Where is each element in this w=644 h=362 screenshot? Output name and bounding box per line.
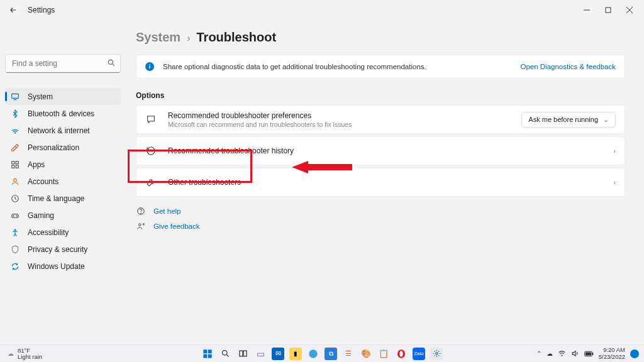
card-title: Recommended troubleshooter history (168, 146, 294, 155)
svg-point-4 (108, 60, 113, 64)
card-troubleshooter-history[interactable]: Recommended troubleshooter history › (136, 136, 625, 165)
nav-label: Windows Update (28, 262, 85, 271)
back-button[interactable] (8, 4, 19, 16)
svg-rect-10 (16, 161, 18, 163)
nav-network[interactable]: Network & internet (5, 122, 121, 139)
accounts-icon (10, 177, 20, 187)
svg-rect-39 (586, 352, 591, 355)
nav-windows-update[interactable]: Windows Update (5, 258, 121, 275)
taskbar-app-generic1[interactable]: 🎨 (360, 348, 372, 360)
breadcrumb: System › Troubleshoot (136, 30, 625, 45)
maximize-button[interactable] (597, 2, 619, 18)
tray-onedrive-icon[interactable]: ☁ (547, 350, 553, 357)
weather-temp: 81°F (18, 348, 42, 354)
history-icon (145, 145, 157, 156)
banner-link[interactable]: Open Diagnostics & feedback (520, 63, 616, 70)
taskbar-app-unikey[interactable]: ☰ (342, 348, 355, 360)
taskbar-weather[interactable]: ☁ 81°F Light rain (8, 348, 42, 360)
nav-gaming[interactable]: Gaming (5, 207, 121, 224)
svg-line-29 (226, 354, 228, 356)
svg-point-21 (141, 213, 142, 214)
nav-label: Accounts (28, 177, 58, 186)
dropdown-value: Ask me before running (528, 116, 598, 123)
nav-privacy[interactable]: Privacy & security (5, 241, 121, 258)
tray-volume-icon[interactable] (571, 349, 579, 358)
taskbar-app-settings[interactable] (430, 348, 443, 360)
minimize-button[interactable] (576, 2, 597, 18)
taskbar-search[interactable] (219, 348, 231, 360)
svg-rect-11 (12, 165, 14, 168)
start-button[interactable] (201, 348, 214, 360)
page-title: Troubleshoot (196, 30, 276, 45)
nav-personalization[interactable]: Personalization (5, 139, 121, 156)
nav-label: System (28, 92, 53, 101)
task-view[interactable] (236, 348, 249, 360)
help-icon (136, 206, 146, 216)
taskbar-app-edge[interactable] (307, 348, 319, 360)
nav-label: Personalization (28, 143, 79, 152)
tray-notification-icon[interactable] (630, 349, 639, 358)
taskbar-app-mail[interactable]: ✉ (272, 348, 284, 360)
bluetooth-icon (10, 109, 20, 119)
svg-point-16 (16, 216, 17, 216)
nav-accounts[interactable]: Accounts (5, 173, 121, 190)
banner-text: Share optional diagnostic data to get ad… (163, 63, 426, 70)
sidebar: System Bluetooth & devices Network & int… (0, 20, 126, 346)
nav-system[interactable]: System (5, 88, 121, 105)
svg-point-32 (309, 349, 317, 358)
card-other-troubleshooters[interactable]: Other troubleshooters › (136, 168, 625, 197)
accessibility-icon (10, 228, 20, 238)
privacy-icon (10, 244, 20, 255)
breadcrumb-sep: › (187, 33, 190, 44)
preferences-dropdown[interactable]: Ask me before running ⌄ (521, 112, 616, 128)
tray-wifi-icon[interactable] (558, 349, 566, 358)
svg-point-36 (562, 355, 562, 356)
close-button[interactable] (619, 2, 640, 18)
chevron-right-icon: › (613, 147, 616, 155)
svg-rect-26 (203, 354, 207, 358)
update-icon (10, 261, 20, 272)
search-input[interactable] (5, 54, 121, 73)
taskbar[interactable]: ☁ 81°F Light rain ▭ ✉ ▮ ⧉ ☰ 🎨 📋 Zalo ⌃ ☁… (0, 344, 644, 362)
info-banner: i Share optional diagnostic data to get … (136, 55, 625, 79)
get-help-link[interactable]: Get help (136, 204, 625, 218)
svg-rect-38 (592, 353, 593, 355)
profile-area (5, 20, 121, 54)
svg-point-13 (14, 178, 17, 182)
nav-bluetooth[interactable]: Bluetooth & devices (5, 105, 121, 122)
svg-line-5 (112, 63, 114, 65)
nav-label: Network & internet (28, 126, 90, 135)
clock-time: 9:20 AM (599, 347, 625, 353)
taskbar-app-chat[interactable]: ▭ (254, 348, 267, 360)
card-title: Other troubleshooters (168, 178, 241, 187)
card-subtitle: Microsoft can recommend and run troubles… (168, 121, 352, 128)
nav-label: Apps (28, 160, 45, 169)
taskbar-app-opera[interactable] (395, 348, 408, 360)
nav-label: Gaming (28, 211, 54, 220)
chevron-right-icon: › (613, 178, 616, 186)
svg-point-28 (222, 351, 227, 356)
svg-rect-6 (12, 94, 19, 98)
breadcrumb-parent[interactable]: System (136, 30, 180, 45)
search-box[interactable] (5, 54, 121, 73)
system-tray[interactable]: ⌃ ☁ 9:20 AM 5/23/2022 (536, 347, 639, 360)
nav-apps[interactable]: Apps (5, 156, 121, 173)
tray-battery-icon[interactable] (584, 351, 594, 357)
give-feedback-link[interactable]: Give feedback (136, 219, 625, 233)
tray-chevron-icon[interactable]: ⌃ (536, 350, 541, 357)
svg-point-35 (435, 353, 437, 354)
time-icon (10, 194, 20, 204)
svg-point-19 (14, 229, 16, 230)
taskbar-clock[interactable]: 9:20 AM 5/23/2022 (599, 347, 625, 360)
nav-accessibility[interactable]: Accessibility (5, 224, 121, 241)
weather-icon: ☁ (8, 351, 14, 357)
card-troubleshooter-preferences[interactable]: Recommended troubleshooter preferences M… (136, 105, 625, 134)
nav-time-language[interactable]: Time & language (5, 190, 121, 207)
taskbar-app-zalo[interactable]: Zalo (413, 348, 425, 360)
taskbar-app-vscode[interactable]: ⧉ (325, 348, 337, 360)
taskbar-app-explorer[interactable]: ▮ (289, 348, 302, 360)
taskbar-app-generic2[interactable]: 📋 (377, 348, 390, 360)
svg-rect-24 (203, 349, 207, 353)
svg-point-8 (14, 132, 15, 133)
svg-rect-9 (12, 161, 14, 163)
